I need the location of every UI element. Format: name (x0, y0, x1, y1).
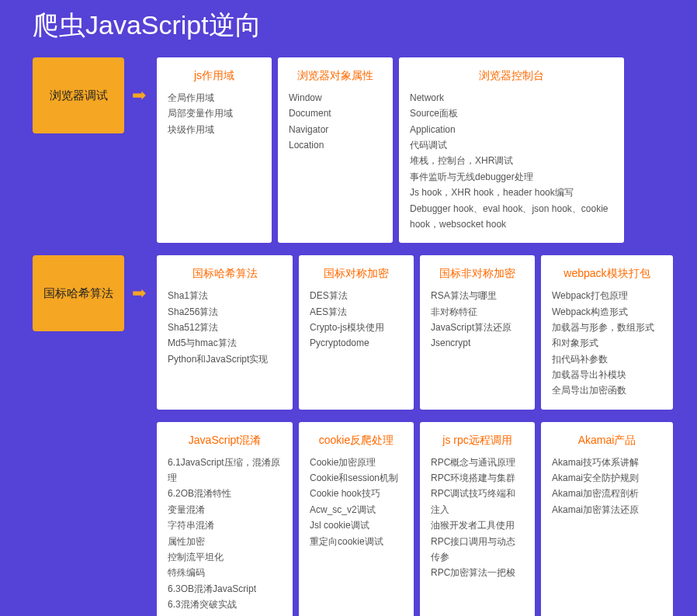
category-browser-debug: 浏览器调试 (33, 57, 124, 133)
list-item: Akamai技巧体系讲解 (552, 455, 662, 470)
list-item: 块级作用域 (168, 122, 261, 137)
list-item: Python和JavaScript实现 (168, 351, 282, 367)
row-browser-debug: 浏览器调试 ➡ js作用域 全局作用域 局部变量作用域 块级作用域 浏览器对象属… (0, 57, 697, 243)
list-item: 属性加密 (168, 534, 282, 549)
card-cookie-anticrawl: cookie反爬处理 Cookie加密原理 Cookie和session机制 C… (299, 422, 414, 616)
list-item: 重定向cookie调试 (310, 534, 403, 549)
list-item: Akamai安全防护规则 (552, 470, 662, 486)
list-item: Application (410, 122, 613, 137)
list-item: Sha1算法 (168, 288, 282, 303)
card-symmetric: 国标对称加密 DES算法 AES算法 Crypto-js模块使用 Pycrypt… (299, 255, 414, 410)
list-item: Jsencrypt (431, 335, 524, 351)
card-title: 浏览器控制台 (410, 67, 613, 85)
list-item: Document (289, 106, 382, 121)
card-akamai: Akamai产品 Akamai技巧体系讲解 Akamai安全防护规则 Akama… (541, 422, 673, 616)
list-item: Jsl cookie调试 (310, 517, 403, 533)
list-item: 局部变量作用域 (168, 106, 261, 121)
list-item: 堆栈，控制台，XHR调试 (410, 153, 613, 168)
card-title: JavaScript混淆 (168, 431, 282, 450)
list-item: Network (410, 90, 613, 106)
card-title: 国标哈希算法 (168, 265, 282, 283)
card-hash: 国标哈希算法 Sha1算法 Sha256算法 Sha512算法 Md5与hmac… (157, 255, 293, 410)
list-item: 非对称特征 (431, 304, 524, 320)
list-item: 字符串混淆 (168, 517, 282, 533)
list-item: 6.3混淆突破实战 (168, 597, 282, 612)
card-jsrpc: js rpc远程调用 RPC概念与通讯原理 RPC环境搭建与集群 RPC调试技巧… (420, 422, 535, 616)
list-item: 全局作用域 (168, 90, 261, 106)
list-item: Cookie hook技巧 (310, 486, 403, 501)
card-js-scope: js作用域 全局作用域 局部变量作用域 块级作用域 (157, 57, 272, 243)
list-item: Webpack打包原理 (552, 288, 662, 303)
list-item: Sha256算法 (168, 304, 282, 320)
list-item: 全局导出加密函数 (552, 382, 662, 398)
card-webpack: webpack模块打包 Webpack打包原理 Webpack构造形式 加载器与… (541, 255, 673, 410)
list-item: RPC接口调用与动态传参 (431, 534, 524, 566)
card-title: 国标对称加密 (310, 265, 403, 283)
card-title: js作用域 (168, 67, 261, 85)
list-item: Source面板 (410, 106, 613, 121)
card-title: 浏览器对象属性 (289, 67, 382, 85)
card-title: 国标非对称加密 (431, 265, 524, 283)
list-item: Location (289, 137, 382, 153)
list-item: Acw_sc_v2调试 (310, 502, 403, 517)
list-item: Debugger hook、eval hook、json hook、cookie… (410, 201, 613, 233)
list-item: Window (289, 90, 382, 106)
list-item: Cookie加密原理 (310, 455, 403, 470)
list-item: 6.3OB混淆JavaScript (168, 581, 282, 597)
list-item: RPC概念与通讯原理 (431, 455, 524, 470)
list-item: Md5与hmac算法 (168, 335, 282, 351)
list-item: AES算法 (310, 304, 403, 320)
list-item: Webpack构造形式 (552, 304, 662, 320)
list-item: Cookie和session机制 (310, 470, 403, 486)
list-item: 控制流平坦化 (168, 549, 282, 565)
card-asymmetric: 国标非对称加密 RSA算法与哪里 非对称特征 JavaScript算法还原 Js… (420, 255, 535, 410)
page-title: 爬虫JavaScript逆向 (0, 0, 697, 57)
list-item: Navigator (289, 122, 382, 137)
list-item: RSA算法与哪里 (431, 288, 524, 303)
list-item: Sha512算法 (168, 320, 282, 335)
list-item: JavaScript算法还原 (431, 320, 524, 335)
card-title: js rpc远程调用 (431, 431, 524, 450)
list-item: 加载器导出补模块 (552, 367, 662, 382)
arrow-icon: ➡ (132, 85, 146, 106)
list-item: Akamai加密流程剖析 (552, 486, 662, 501)
list-item: 6.2OB混淆特性 (168, 486, 282, 501)
list-item: 变量混淆 (168, 502, 282, 517)
list-item: 扣代码补参数 (552, 351, 662, 367)
card-title: cookie反爬处理 (310, 431, 403, 450)
list-item: RPC环境搭建与集群 (431, 470, 524, 486)
list-item: Pycryptodome (310, 335, 403, 351)
list-item: Crypto-js模块使用 (310, 320, 403, 335)
list-item: 代码调试 (410, 137, 613, 153)
list-item: RPC加密算法一把梭 (431, 565, 524, 580)
list-item: RPC调试技巧终端和注入 (431, 486, 524, 517)
list-item: 加载器与形参，数组形式和对象形式 (552, 320, 662, 351)
card-js-obfuscation: JavaScript混淆 6.1JavaScript压缩，混淆原理 6.2OB混… (157, 422, 293, 616)
list-item: Akamai加密算法还原 (552, 502, 662, 517)
card-browser-objects: 浏览器对象属性 Window Document Navigator Locati… (278, 57, 393, 243)
card-title: webpack模块打包 (552, 265, 662, 283)
list-item: 事件监听与无线debugger处理 (410, 169, 613, 185)
row-obfuscation: JavaScript混淆 6.1JavaScript压缩，混淆原理 6.2OB混… (0, 422, 697, 616)
card-title: Akamai产品 (552, 431, 662, 450)
list-item: DES算法 (310, 288, 403, 303)
list-item: 特殊编码 (168, 565, 282, 580)
row-hash-algo: 国标哈希算法 ➡ 国标哈希算法 Sha1算法 Sha256算法 Sha512算法… (0, 255, 697, 410)
card-browser-console: 浏览器控制台 Network Source面板 Application 代码调试… (399, 57, 624, 243)
list-item: 油猴开发者工具使用 (431, 517, 524, 533)
category-hash-algo: 国标哈希算法 (33, 255, 124, 331)
arrow-icon: ➡ (132, 283, 146, 303)
list-item: 6.1JavaScript压缩，混淆原理 (168, 455, 282, 486)
list-item: Js hook，XHR hook，header hook编写 (410, 185, 613, 200)
